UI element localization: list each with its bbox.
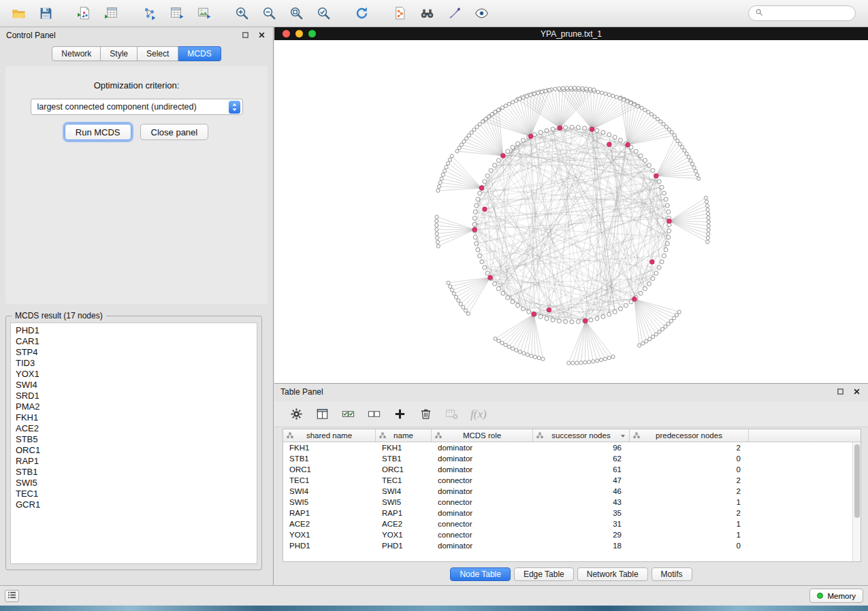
clear-columns-button[interactable]: [442, 405, 461, 424]
control-panel-tabs: NetworkStyleSelectMCDS: [0, 46, 273, 61]
cell-name: ACE2: [376, 520, 432, 528]
close-window-button[interactable]: [283, 30, 290, 37]
zoom-selected-button[interactable]: [313, 4, 334, 23]
column-header-successor-nodes[interactable]: successor nodes: [533, 429, 630, 442]
table-row[interactable]: ACE2ACE2connector311: [283, 518, 852, 529]
export-network-button[interactable]: [139, 4, 159, 23]
task-history-button[interactable]: [5, 590, 19, 602]
import-network-button[interactable]: [74, 4, 94, 23]
network-graph[interactable]: [274, 40, 868, 383]
zoom-fit-button[interactable]: [286, 4, 306, 23]
search-field[interactable]: [748, 5, 856, 21]
export-table-button[interactable]: [166, 4, 187, 23]
column-label: MCDS role: [463, 431, 501, 440]
mcds-result-item[interactable]: TID3: [11, 358, 257, 369]
table-row[interactable]: TEC1TEC1connector472: [283, 475, 852, 486]
table-row[interactable]: FKH1FKH1dominator962: [283, 442, 852, 453]
graphics-details-button[interactable]: [471, 4, 492, 23]
export-image-icon: [197, 6, 211, 20]
cell-successor-nodes: 46: [533, 487, 630, 495]
settings-button[interactable]: [287, 405, 306, 424]
cell-successor-nodes: 62: [533, 455, 630, 463]
close-icon: [853, 387, 861, 397]
mcds-result-item[interactable]: STB1: [11, 467, 257, 478]
delete-row-button[interactable]: [416, 405, 435, 424]
mcds-result-item[interactable]: SWI5: [11, 478, 257, 489]
tab-node-table[interactable]: Node Table: [450, 567, 511, 581]
table-row[interactable]: SWI4SWI4dominator462: [283, 486, 852, 497]
mcds-result-item[interactable]: STB5: [11, 434, 257, 445]
mcds-result-item[interactable]: PMA2: [11, 401, 257, 412]
close-table-panel-button[interactable]: [852, 387, 862, 397]
column-header-shared-name[interactable]: shared name: [283, 429, 376, 442]
mcds-result-item[interactable]: ACE2: [11, 423, 257, 434]
tab-mcds[interactable]: MCDS: [178, 46, 221, 61]
column-header-predecessor-nodes[interactable]: predecessor nodes: [630, 429, 749, 442]
mcds-result-item[interactable]: SRD1: [11, 391, 257, 401]
control-panel-title: Control Panel: [6, 31, 56, 40]
open-session-button[interactable]: [8, 4, 29, 23]
table-row[interactable]: RAP1RAP1dominator352: [283, 508, 852, 518]
search-input[interactable]: [767, 9, 849, 18]
columns-button[interactable]: [312, 405, 332, 424]
select-all-button[interactable]: [338, 405, 357, 424]
table-scrollbar[interactable]: [852, 442, 861, 561]
zoom-out-button[interactable]: [259, 4, 279, 23]
column-header-mcds-role[interactable]: MCDS role: [432, 429, 533, 442]
import-table-button[interactable]: [101, 4, 121, 23]
refresh-view-button[interactable]: [351, 4, 372, 23]
main-toolbar: [0, 0, 868, 27]
minimize-window-button[interactable]: [295, 30, 303, 37]
criterion-dropdown[interactable]: largest connected component (undirected): [31, 99, 243, 115]
cell-name: SWI5: [376, 498, 432, 506]
mcds-result-item[interactable]: ORC1: [11, 445, 257, 456]
deselect-all-button[interactable]: [364, 405, 383, 424]
table-row[interactable]: ORC1ORC1dominator610: [283, 464, 852, 475]
close-panel-action-button[interactable]: Close panel: [140, 124, 209, 140]
control-panel: Control Panel NetworkStyleSelectMCDS Opt…: [0, 27, 274, 585]
mcds-result-item[interactable]: CAR1: [11, 336, 257, 347]
close-panel-button[interactable]: [257, 31, 267, 41]
export-image-button[interactable]: [193, 4, 214, 23]
memory-status-icon: [817, 593, 823, 599]
network-canvas[interactable]: [274, 40, 868, 383]
mcds-result-list[interactable]: PHD1CAR1STP4TID3YOX1SWI4SRD1PMA2FKH1ACE2…: [10, 323, 257, 564]
share-network-button[interactable]: [389, 4, 410, 23]
function-builder-button[interactable]: f(x): [470, 408, 487, 421]
open-session-icon: [12, 6, 26, 20]
mcds-result-item[interactable]: FKH1: [11, 412, 257, 423]
table-row[interactable]: STB1STB1dominator620: [283, 453, 852, 464]
scrollbar-thumb[interactable]: [854, 444, 860, 518]
float-panel-button[interactable]: [240, 31, 251, 41]
annotations-button[interactable]: [444, 4, 464, 23]
mcds-result-item[interactable]: GCR1: [11, 499, 257, 510]
find-network-button[interactable]: [417, 4, 437, 23]
column-header-name[interactable]: name: [376, 429, 432, 442]
save-session-button[interactable]: [35, 4, 56, 23]
maximize-window-button[interactable]: [308, 30, 316, 37]
tab-edge-table[interactable]: Edge Table: [514, 567, 574, 581]
mcds-result-group: MCDS result (17 nodes) PHD1CAR1STP4TID3Y…: [5, 316, 262, 570]
tab-network[interactable]: Network: [52, 46, 101, 61]
table-row[interactable]: YOX1YOX1connector291: [283, 529, 852, 540]
add-row-button[interactable]: [390, 405, 409, 424]
mcds-result-item[interactable]: STP4: [11, 347, 257, 358]
mcds-result-item[interactable]: YOX1: [11, 369, 257, 380]
float-table-panel-button[interactable]: [835, 387, 846, 397]
clear-columns-icon: [445, 408, 458, 420]
memory-button[interactable]: Memory: [809, 589, 863, 603]
mcds-result-item[interactable]: TEC1: [11, 489, 257, 499]
table-row[interactable]: SWI5SWI5connector431: [283, 497, 852, 508]
tab-network-table[interactable]: Network Table: [577, 567, 648, 581]
cell-name: ORC1: [376, 465, 432, 474]
control-panel-titlebar: Control Panel: [0, 27, 273, 44]
tab-motifs[interactable]: Motifs: [652, 567, 692, 581]
table-row[interactable]: PHD1PHD1dominator180: [283, 540, 852, 551]
tab-style[interactable]: Style: [101, 46, 138, 61]
run-mcds-button[interactable]: Run MCDS: [65, 124, 131, 140]
mcds-result-item[interactable]: SWI4: [11, 380, 257, 391]
tab-select[interactable]: Select: [138, 46, 178, 61]
mcds-result-item[interactable]: PHD1: [11, 325, 257, 336]
zoom-in-button[interactable]: [231, 4, 252, 23]
mcds-result-item[interactable]: RAP1: [11, 456, 257, 467]
